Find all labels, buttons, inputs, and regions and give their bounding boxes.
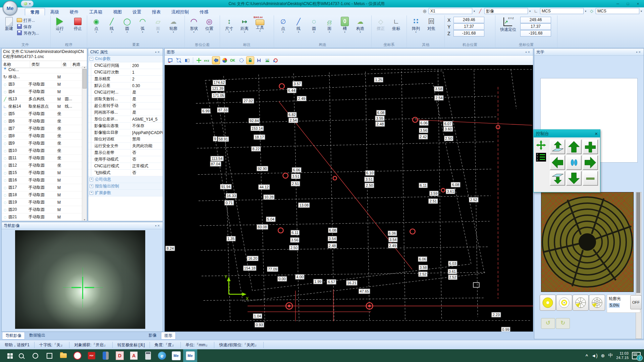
- tree-row[interactable]: 圆21 手动取圆 M: [2, 214, 82, 221]
- camera-view[interactable]: [15, 230, 145, 329]
- dimension-label[interactable]: 77.09: [267, 266, 278, 272]
- rotate-ccw-icon[interactable]: ↺: [541, 318, 555, 329]
- dimension-label[interactable]: 2.23: [491, 312, 500, 317]
- dimension-label[interactable]: 6.03: [448, 261, 457, 266]
- ribbon-tab[interactable]: 常用: [25, 8, 45, 15]
- ribbon-button[interactable]: 位置▾: [202, 17, 217, 34]
- ribbon-button[interactable]: 轮廓▾: [166, 17, 181, 34]
- dimension-label[interactable]: 16.20: [247, 256, 259, 261]
- ribbon-tab[interactable]: 硬件: [64, 8, 84, 15]
- toolbar-combo[interactable]: 影像 ▾: [478, 8, 531, 14]
- dimension-label[interactable]: 2.49: [297, 96, 306, 101]
- tree-row[interactable]: 圆6 手动取圆 坐: [2, 118, 82, 125]
- dimension-label[interactable]: 1.25: [374, 77, 383, 82]
- minimize-button[interactable]: ─: [613, 1, 623, 6]
- property-row[interactable]: 显示精度 2: [88, 76, 163, 82]
- ribbon-button[interactable]: 槽▾: [337, 17, 353, 34]
- property-group-expanded[interactable]: − Cnc参数: [88, 56, 163, 62]
- circle-select-icon[interactable]: [238, 57, 245, 64]
- toolbar-combo[interactable]: X1 ▾: [422, 8, 475, 14]
- pdf-reader-icon[interactable]: [85, 349, 99, 362]
- property-row[interactable]: 显示公差带 否: [88, 149, 163, 156]
- calculator-icon[interactable]: [141, 349, 155, 362]
- dimension-label[interactable]: 2.52: [469, 197, 478, 202]
- ribbon-button[interactable]: 阵列▾: [408, 17, 424, 34]
- search-icon[interactable]: [14, 349, 28, 362]
- ring-light-target[interactable]: [541, 192, 634, 292]
- tree-row[interactable]: 圆10 手动取圆 坐: [2, 147, 82, 155]
- crosshair-icon[interactable]: [195, 57, 203, 64]
- dimension-label[interactable]: 3.59: [429, 191, 438, 196]
- dimension-label[interactable]: 6.06: [388, 231, 397, 236]
- ribbon-button[interactable]: 工具▾: [252, 17, 268, 33]
- app-logo-button[interactable]: Me: [3, 1, 17, 15]
- ribbon-button[interactable]: 圆▾: [119, 17, 135, 34]
- dimension-label[interactable]: 6.82: [287, 112, 297, 117]
- new-button[interactable]: 新建: [1, 17, 17, 31]
- scroll-up-icon[interactable]: ▲: [84, 66, 86, 68]
- tree-row[interactable]: 圆15 手动取圆 M: [2, 169, 82, 177]
- dimension-label[interactable]: 0.00: [278, 276, 287, 281]
- jog-z-down-button[interactable]: [550, 171, 565, 186]
- jog-z-up-button[interactable]: [550, 139, 565, 154]
- xyz-readout-icon[interactable]: XYZ: [536, 153, 546, 162]
- property-row[interactable]: 使用手动模式 否: [88, 156, 163, 163]
- property-row[interactable]: 飞拍模式 否: [88, 170, 163, 176]
- tree-row[interactable]: 圆19 手动取圆 M: [2, 199, 82, 206]
- tree-row[interactable]: Cnc...: [2, 66, 82, 73]
- cortana-icon[interactable]: [28, 349, 42, 362]
- dimension-label[interactable]: 13.08: [298, 203, 310, 208]
- property-group-collapsed[interactable]: + 报告输出控制: [88, 183, 163, 190]
- ribbon-button[interactable]: 构造▾: [353, 17, 368, 34]
- dimension-label[interactable]: 2.51: [291, 181, 300, 186]
- optics-scrollbar[interactable]: [636, 192, 642, 339]
- dimension-label[interactable]: 6.06: [292, 168, 301, 173]
- dimension-label[interactable]: 27.02: [243, 98, 254, 103]
- dimension-label[interactable]: 83.08: [257, 225, 268, 230]
- joystick-mode-icon[interactable]: [536, 140, 546, 150]
- combo-value[interactable]: X1: [429, 8, 472, 14]
- snipping-tool-icon[interactable]: [70, 349, 85, 362]
- task-view-icon[interactable]: [42, 349, 56, 362]
- dimension-label[interactable]: 153.14: [251, 126, 264, 131]
- dimension-label[interactable]: 6.06: [419, 120, 428, 125]
- tree-row[interactable]: 圆16 手动取圆 M: [2, 177, 82, 184]
- stop-button[interactable]: 停止▾: [70, 17, 86, 34]
- dimension-label[interactable]: 2.49: [388, 243, 397, 248]
- tree-row[interactable]: 圆11 手动取圆 坐: [2, 155, 82, 162]
- tree-row[interactable]: 圆12 手动取圆 坐: [2, 162, 82, 169]
- dimension-label[interactable]: 6.08: [451, 182, 460, 187]
- open-button[interactable]: 打开...: [17, 17, 39, 24]
- combo-value[interactable]: MCS: [596, 8, 639, 14]
- dimension-label[interactable]: 3.55: [375, 116, 384, 121]
- clock[interactable]: 11:03 24.7.15: [616, 351, 629, 360]
- dimension-label[interactable]: 3.61: [448, 269, 457, 274]
- dock-tab[interactable]: 图形: [161, 332, 176, 340]
- expand-icon[interactable]: +: [90, 191, 93, 195]
- scene-icon[interactable]: [264, 57, 271, 64]
- combo-value[interactable]: MCS: [540, 8, 584, 14]
- dimension-label[interactable]: 3.58: [419, 265, 428, 270]
- dimension-label[interactable]: 6.44: [287, 88, 296, 93]
- ribbon-button[interactable]: 面▾: [150, 17, 166, 34]
- toolbar-combo[interactable]: MCS ▾: [533, 8, 586, 14]
- tree-row[interactable]: 圆4 手动取圆 M: [2, 88, 82, 96]
- property-row[interactable]: 超公差转手动 否: [88, 103, 163, 109]
- dimension-label[interactable]: 10.28: [263, 194, 275, 199]
- color-wheel-icon[interactable]: [221, 57, 228, 64]
- lock-icon[interactable]: [246, 56, 254, 64]
- dimension-label[interactable]: 18.17: [254, 135, 265, 140]
- cad-canvas[interactable]: Y X 174.62121.39171.0527.026.9987.333.57…: [165, 65, 533, 331]
- property-row[interactable]: 形位公差评... ASME_Y14_5: [88, 116, 163, 123]
- dimension-label[interactable]: 171.05: [212, 93, 225, 98]
- ribbon-button[interactable]: 距离▾: [237, 17, 252, 34]
- metus-active-app-icon[interactable]: [183, 349, 197, 362]
- rotate-view-icon[interactable]: [272, 57, 279, 64]
- ribbon-button[interactable]: 对焦▾: [424, 17, 439, 34]
- ribbon-button[interactable]: 线▾: [291, 17, 306, 34]
- dimension-label[interactable]: 2.50: [365, 183, 374, 188]
- maximize-button[interactable]: □: [623, 1, 633, 6]
- combo-value[interactable]: 影像: [484, 8, 528, 14]
- dimension-label[interactable]: 91.94: [220, 184, 232, 189]
- dimension-label[interactable]: 87.33: [217, 107, 229, 112]
